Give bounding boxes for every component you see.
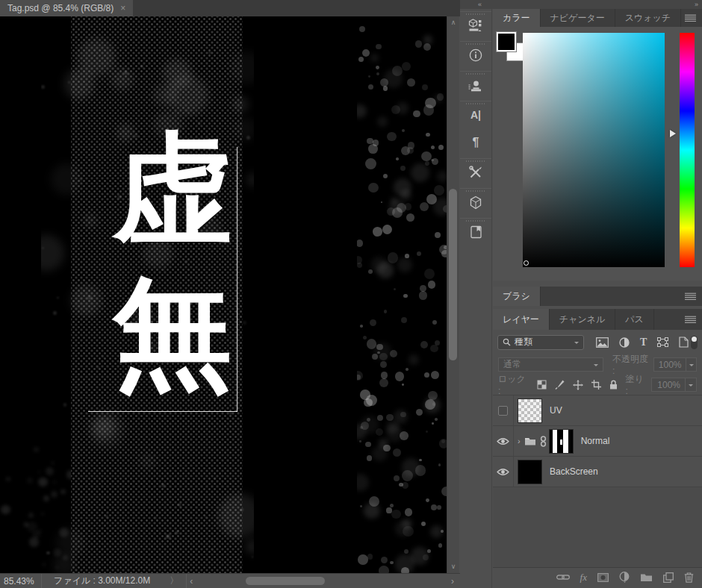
filter-type-layers-icon[interactable]: T: [640, 337, 647, 348]
layer-thumbnail[interactable]: [518, 398, 542, 423]
scroll-left-icon[interactable]: ‹: [190, 574, 193, 588]
fill-value-field[interactable]: 100%: [651, 378, 686, 392]
splatter-dot: [1, 505, 10, 514]
zoom-level-field[interactable]: 85.43%: [0, 574, 42, 588]
layer-row-normal[interactable]: › Normal: [493, 426, 702, 457]
splatter-dot: [233, 96, 249, 112]
splatter-dot: [42, 563, 46, 567]
close-tab-icon[interactable]: ×: [120, 4, 125, 13]
hue-slider-arrow[interactable]: [670, 130, 680, 137]
tab-color[interactable]: カラー: [493, 9, 541, 27]
vertical-scrollbar-thumb[interactable]: [449, 189, 457, 360]
hue-slider[interactable]: [680, 33, 695, 267]
group-disclosure-icon[interactable]: ›: [518, 437, 521, 445]
tab-swatches[interactable]: スウォッチ: [615, 9, 681, 27]
tab-navigator[interactable]: ナビゲーター: [541, 9, 615, 27]
splatter-dot: [441, 440, 445, 443]
fill-dropdown-icon[interactable]: [686, 378, 697, 392]
link-layers-icon[interactable]: [556, 574, 570, 581]
scroll-down-icon[interactable]: ∨: [447, 563, 459, 570]
book-panel-icon[interactable]: [460, 218, 491, 245]
delete-layer-icon[interactable]: [684, 572, 694, 583]
splatter-dot: [420, 202, 429, 211]
splatter-dot: [393, 448, 402, 457]
splatter-dot: [240, 508, 243, 511]
lock-artboard-icon[interactable]: [591, 380, 601, 390]
mask-link-icon[interactable]: [540, 436, 547, 447]
lock-pixels-icon[interactable]: [555, 380, 565, 390]
scroll-up-icon[interactable]: ∧: [447, 19, 459, 26]
vertical-scrollbar[interactable]: ∧ ∨: [447, 16, 459, 573]
document-tab-title: Tag.psd @ 85.4% (RGB/8): [7, 3, 114, 13]
canvas[interactable]: 虚 無: [0, 16, 447, 573]
layer-row-backscreen[interactable]: BackScreen: [493, 457, 702, 487]
splatter-dot: [402, 482, 409, 489]
brush-panel-menu-icon[interactable]: [685, 293, 696, 300]
lock-position-icon[interactable]: [573, 380, 583, 390]
document-tab[interactable]: Tag.psd @ 85.4% (RGB/8) ×: [0, 0, 133, 16]
visibility-off-checkbox[interactable]: [498, 406, 508, 416]
splatter-dot: [243, 321, 246, 325]
new-group-icon[interactable]: [640, 572, 653, 582]
splatter-dot: [94, 49, 96, 50]
layers-panel-menu-icon[interactable]: [685, 316, 696, 323]
layer-row-uv[interactable]: UV: [493, 395, 702, 426]
scroll-right-icon[interactable]: ›: [451, 574, 454, 588]
splatter-dot: [41, 513, 44, 516]
collapse-panels-left-icon[interactable]: «: [478, 0, 482, 9]
saturation-brightness-field[interactable]: [523, 33, 665, 267]
visibility-toggle[interactable]: [493, 426, 514, 456]
splatter-dot: [357, 104, 367, 118]
3d-panel-icon[interactable]: [460, 188, 491, 216]
filter-pixel-layers-icon[interactable]: [596, 337, 609, 348]
layer-name[interactable]: BackScreen: [550, 466, 598, 477]
layer-filter-kind-select[interactable]: 種類: [497, 335, 584, 350]
splatter-dot: [420, 285, 426, 292]
visibility-toggle[interactable]: [493, 395, 514, 425]
tool-presets-panel-icon[interactable]: [460, 158, 491, 186]
horizontal-scrollbar-thumb[interactable]: [246, 577, 325, 585]
layer-thumbnail[interactable]: [518, 460, 542, 484]
color-panel-menu-icon[interactable]: [685, 14, 696, 22]
photoshop-window: Tag.psd @ 85.4% (RGB/8) × 虚 無 ∧ ∨ 85.43%…: [0, 0, 702, 588]
filter-smart-objects-icon[interactable]: [679, 337, 689, 348]
add-layer-mask-icon[interactable]: [597, 573, 609, 582]
filter-adjustment-layers-icon[interactable]: [619, 337, 630, 348]
tab-paths[interactable]: パス: [615, 309, 654, 330]
lock-all-icon[interactable]: [609, 380, 618, 390]
collapse-panels-right-icon[interactable]: »: [695, 0, 698, 9]
adjustment-layer-icon[interactable]: [619, 572, 630, 583]
tab-layers[interactable]: レイヤー: [493, 309, 550, 330]
layer-style-icon[interactable]: fx: [580, 572, 587, 584]
tab-brush[interactable]: ブラシ: [493, 287, 541, 306]
layer-name[interactable]: UV: [550, 405, 562, 416]
layer-filter-toggle[interactable]: [691, 336, 698, 349]
opacity-dropdown-icon[interactable]: [686, 357, 697, 372]
visibility-toggle[interactable]: [493, 457, 514, 487]
blend-mode-select[interactable]: 通常: [498, 357, 603, 372]
layer-name[interactable]: Normal: [581, 436, 610, 446]
layer-mask-thumbnail[interactable]: [549, 429, 574, 454]
splatter-dot: [166, 534, 170, 538]
new-layer-icon[interactable]: [663, 572, 674, 583]
materials-panel-icon[interactable]: [460, 11, 491, 39]
tab-channels[interactable]: チャンネル: [550, 309, 615, 330]
splatter-dot: [423, 104, 435, 116]
splatter-dot: [438, 463, 441, 466]
color-field-cursor[interactable]: [524, 260, 529, 266]
splatter-dot: [41, 235, 64, 271]
opacity-value-field[interactable]: 100%: [653, 357, 687, 372]
paragraph-panel-icon[interactable]: ¶: [460, 128, 491, 156]
info-panel-icon[interactable]: [460, 41, 491, 69]
horizontal-scrollbar[interactable]: ‹ ›: [187, 574, 460, 588]
splatter-dot: [430, 345, 438, 352]
status-flyout-icon[interactable]: 〉: [162, 574, 187, 588]
character-panel-icon[interactable]: A|: [460, 101, 491, 128]
clone-source-panel-icon[interactable]: [460, 71, 491, 98]
filter-shape-layers-icon[interactable]: [657, 337, 668, 347]
foreground-color-swatch[interactable]: [497, 32, 516, 51]
splatter-dot: [60, 490, 65, 494]
splatter-dot: [379, 378, 388, 387]
lock-transparency-icon[interactable]: [537, 380, 547, 390]
splatter-dot: [373, 343, 391, 360]
